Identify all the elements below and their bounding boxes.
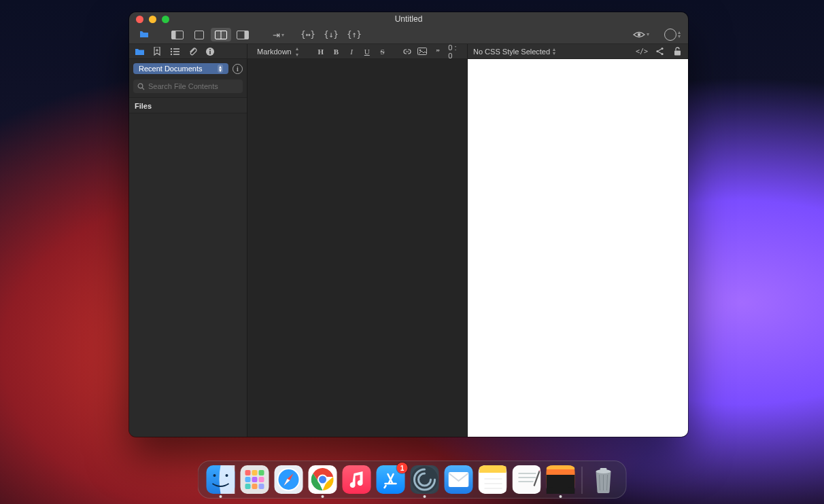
blockquote-button[interactable]: ” — [433, 46, 443, 57]
sidebar-info-button[interactable]: i — [233, 64, 243, 74]
chevron-down-icon: ▾ — [553, 52, 555, 56]
css-style-dropdown[interactable]: No CSS Style Selected ▴ ▾ — [473, 48, 555, 56]
bracket-up-button[interactable]: {↑} — [344, 28, 364, 41]
running-indicator — [220, 495, 222, 498]
titlebar: Untitled — [129, 12, 688, 26]
svg-rect-35 — [252, 484, 258, 489]
svg-rect-13 — [173, 54, 179, 55]
layout-mode-group — [167, 28, 253, 41]
svg-point-27 — [226, 474, 228, 477]
strikethrough-button[interactable]: S — [377, 46, 388, 57]
svg-point-18 — [419, 50, 421, 51]
running-indicator — [560, 495, 562, 498]
dock-launchpad[interactable] — [241, 465, 269, 494]
dock-safari[interactable] — [275, 465, 303, 494]
recent-documents-dropdown[interactable]: Recent Documents ▴ ▾ — [133, 63, 228, 74]
word-char-counter: 0 : 0 — [448, 43, 462, 60]
syntax-dropdown[interactable]: Markdown ▴ ▾ — [253, 45, 303, 58]
sidebar-tab-outline[interactable] — [169, 46, 181, 58]
svg-rect-62 — [600, 468, 607, 470]
sidebar-tab-info[interactable] — [204, 46, 216, 58]
underline-button[interactable]: U — [362, 46, 372, 57]
folder-open-icon — [135, 48, 145, 56]
dock-finder[interactable] — [207, 465, 235, 494]
sidebar-scope-row: Recent Documents ▴ ▾ i — [129, 59, 247, 77]
italic-button[interactable]: I — [347, 46, 357, 57]
svg-rect-45 — [449, 472, 469, 487]
paperclip-icon — [188, 47, 197, 56]
dock-mail[interactable] — [445, 465, 473, 494]
export-button[interactable]: ⇥ ▾ — [268, 28, 288, 41]
heading-button[interactable]: H — [315, 46, 326, 57]
image-icon — [417, 48, 427, 55]
folder-arrow-icon — [139, 31, 151, 39]
share-button[interactable] — [654, 46, 665, 57]
svg-point-26 — [213, 474, 216, 477]
svg-point-16 — [209, 49, 211, 50]
dock-separator — [582, 467, 583, 494]
launchpad-icon — [245, 469, 265, 490]
sidebar-tab-bookmark[interactable] — [151, 46, 163, 58]
sidebar-tab-files[interactable] — [133, 46, 145, 58]
layout-split-button[interactable] — [211, 28, 231, 41]
dock-notes[interactable] — [479, 465, 507, 494]
brace-down-icon: {↓} — [324, 30, 339, 39]
unlock-icon — [674, 47, 681, 56]
window-minimize-button[interactable] — [149, 16, 156, 23]
running-indicator — [424, 495, 426, 498]
share-icon — [655, 47, 664, 56]
settings-button[interactable]: ▴ ▾ — [662, 28, 683, 41]
search-input[interactable] — [133, 79, 243, 93]
recent-documents-label: Recent Documents — [139, 65, 203, 73]
code-view-button[interactable]: </> — [636, 46, 647, 57]
link-button[interactable] — [402, 46, 412, 57]
svg-rect-6 — [245, 31, 249, 39]
chevron-down-icon: ▾ — [219, 69, 222, 72]
image-button[interactable] — [417, 46, 428, 57]
dock-marked-app[interactable] — [411, 465, 439, 494]
layout-right-panel-button[interactable] — [233, 28, 253, 41]
sidebar: Recent Documents ▴ ▾ i Files — [129, 59, 247, 437]
bookmark-plus-icon — [153, 47, 161, 56]
chevron-down-icon: ▾ — [647, 33, 649, 37]
layout-single-button[interactable] — [189, 28, 209, 41]
window-zoom-button[interactable] — [162, 16, 169, 23]
dock: 1 — [198, 461, 627, 499]
notes-icon — [479, 465, 507, 494]
app-window: Untitled ⇥ ▾ {↔} {↓} { — [129, 12, 688, 437]
dock-appstore[interactable]: 1 — [377, 465, 405, 494]
link-icon — [402, 48, 412, 55]
svg-rect-29 — [252, 470, 258, 475]
traffic-lights — [136, 16, 169, 23]
window-close-button[interactable] — [136, 16, 143, 23]
preview-visibility-button[interactable]: ▾ — [631, 28, 651, 41]
editor-pane[interactable] — [247, 59, 468, 437]
svg-point-8 — [171, 48, 172, 49]
panel-left-icon — [171, 31, 184, 39]
mail-icon — [449, 472, 469, 487]
sidebar-tab-attachments[interactable] — [186, 46, 199, 58]
dock-textedit[interactable] — [513, 465, 541, 494]
dock-chrome[interactable] — [309, 465, 337, 494]
svg-rect-2 — [195, 31, 204, 39]
info-icon — [205, 47, 215, 56]
window-title: Untitled — [129, 14, 688, 24]
svg-rect-32 — [252, 477, 258, 482]
dock-current-app[interactable] — [547, 465, 575, 494]
svg-line-24 — [142, 88, 144, 90]
textedit-icon — [513, 465, 540, 494]
info-icon: i — [237, 65, 239, 73]
dock-trash[interactable] — [589, 465, 618, 494]
lock-button[interactable] — [672, 46, 683, 57]
bracket-wrap-button[interactable]: {↔} — [298, 28, 318, 41]
back-button[interactable] — [135, 28, 155, 41]
layout-left-panel-button[interactable] — [167, 28, 188, 41]
export-icon: ⇥ — [273, 30, 280, 40]
chrome-icon — [311, 468, 334, 491]
main-toolbar: ⇥ ▾ {↔} {↓} {↑} ▾ ▴ ▾ — [129, 26, 688, 44]
svg-point-23 — [138, 84, 143, 88]
dock-music[interactable] — [343, 465, 371, 494]
bracket-down-button[interactable]: {↓} — [321, 28, 341, 41]
svg-rect-22 — [674, 51, 681, 56]
bold-button[interactable]: B — [331, 46, 341, 57]
